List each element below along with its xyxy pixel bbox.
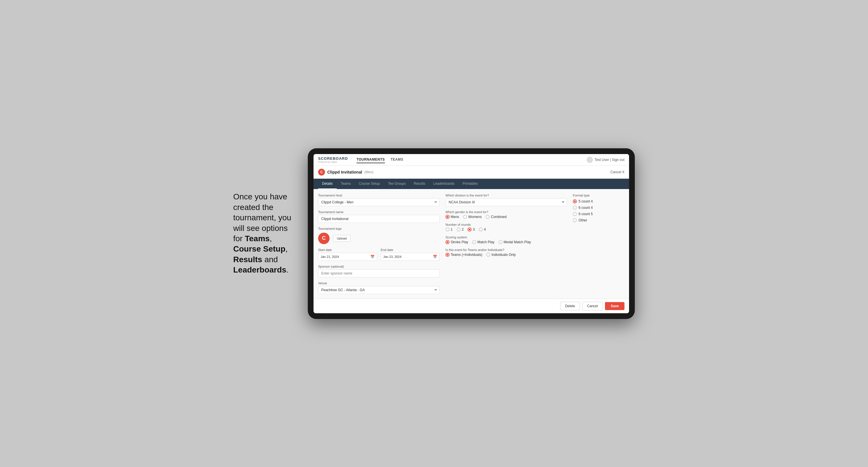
tournament-icon: C <box>318 169 325 176</box>
start-date-group: Start date Jan 21, 2024 📅 <box>318 248 377 261</box>
teams-plus[interactable]: Teams (+Individuals) <box>445 253 482 257</box>
radio-stroke-dot <box>445 240 450 244</box>
tournament-title: Clippd Invitational <box>327 170 362 175</box>
tab-printables[interactable]: Printables <box>459 179 482 189</box>
tab-tee-groups[interactable]: Tee Groups <box>384 179 410 189</box>
format-other[interactable]: Other <box>573 218 624 222</box>
rounds-4-label: 4 <box>484 227 486 231</box>
top-nav: SCOREBOARD Powered by clippd TOURNAMENTS… <box>313 154 629 166</box>
rounds-4[interactable]: 4 <box>479 227 486 231</box>
rounds-radio-group: 1 2 3 4 <box>445 227 567 231</box>
rounds-2[interactable]: 2 <box>457 227 464 231</box>
scoring-group: Scoring system Stroke Play Match Play <box>445 236 567 244</box>
format-col: Format type 5 count 4 6 count 4 6 count … <box>573 194 624 294</box>
cancel-top-button[interactable]: Cancel X <box>611 170 624 174</box>
rounds-2-label: 2 <box>462 227 464 231</box>
tab-results[interactable]: Results <box>410 179 429 189</box>
upload-button[interactable]: Upload <box>333 235 350 242</box>
scoring-medal[interactable]: Medal Match Play <box>499 240 531 244</box>
teams-plus-label: Teams (+Individuals) <box>451 253 482 257</box>
tournament-name-label: Tournament name <box>318 210 440 214</box>
tournament-host-select[interactable]: Clippd College - Men <box>318 198 440 206</box>
division-group: Which division is the event for? NCAA Di… <box>445 194 567 206</box>
gender-mens[interactable]: Mens <box>445 215 459 219</box>
tournament-name-input[interactable] <box>318 215 440 223</box>
teams-radio-group: Teams (+Individuals) Individuals Only <box>445 253 567 257</box>
format-6count4[interactable]: 6 count 4 <box>573 206 624 210</box>
radio-rounds-4-dot <box>479 227 483 231</box>
cancel-button[interactable]: Cancel <box>582 302 603 310</box>
form-content: Tournament Host Clippd College - Men Tou… <box>313 189 629 299</box>
tournament-header: C Clippd Invitational (Men) Cancel X <box>313 166 629 179</box>
tournament-name-group: Tournament name <box>318 210 440 223</box>
tournament-title-row: C Clippd Invitational (Men) <box>318 169 373 176</box>
radio-teams-plus-dot <box>445 253 450 257</box>
tab-course-setup[interactable]: Course Setup <box>355 179 384 189</box>
venue-group: Venue Peachtree GC - Atlanta - GA <box>318 281 440 294</box>
radio-5count4-dot <box>573 199 577 204</box>
date-row: Start date Jan 21, 2024 📅 End date Jan 2… <box>318 248 440 261</box>
gender-combined-label: Combined <box>491 215 506 219</box>
sponsor-input[interactable] <box>318 269 440 277</box>
start-date-label: Start date <box>318 248 377 252</box>
user-area: Test User | Sign out <box>587 157 625 163</box>
radio-6count5-dot <box>573 212 577 216</box>
venue-select[interactable]: Peachtree GC - Atlanta - GA <box>318 286 440 294</box>
teams-individuals-label: Is this event for Teams and/or Individua… <box>445 248 567 252</box>
rounds-1[interactable]: 1 <box>445 227 453 231</box>
radio-mens-dot <box>445 215 450 219</box>
end-date-label: End date <box>381 248 440 252</box>
scoring-match[interactable]: Match Play <box>472 240 494 244</box>
calendar-icon-2: 📅 <box>433 255 437 259</box>
sponsor-label: Sponsor (optional) <box>318 265 440 268</box>
radio-rounds-1-dot <box>445 227 450 231</box>
delete-button[interactable]: Delete <box>560 302 580 310</box>
tournament-host-label: Tournament Host <box>318 194 440 197</box>
gender-group: Which gender is the event for? Mens Wome… <box>445 210 567 219</box>
logo-circle: C <box>318 232 330 244</box>
end-date-input[interactable]: Jan 23, 2024 📅 <box>381 253 440 261</box>
logo-upload-row: C Upload <box>318 232 440 244</box>
gender-mens-label: Mens <box>451 215 459 219</box>
radio-individuals-dot <box>486 253 490 257</box>
division-label: Which division is the event for? <box>445 194 567 197</box>
gender-womens-label: Womens <box>468 215 482 219</box>
nav-tournaments[interactable]: TOURNAMENTS <box>356 156 385 163</box>
user-label[interactable]: Test User | Sign out <box>595 158 625 162</box>
logo-text: SCOREBOARD <box>318 156 348 161</box>
individuals-only[interactable]: Individuals Only <box>486 253 516 257</box>
format-5count4[interactable]: 5 count 4 <box>573 199 624 204</box>
gender-radio-group: Mens Womens Combined <box>445 215 567 219</box>
nav-teams[interactable]: TEAMS <box>391 156 404 163</box>
teams-individuals-group: Is this event for Teams and/or Individua… <box>445 248 567 257</box>
gender-combined[interactable]: Combined <box>486 215 506 219</box>
division-select[interactable]: NCAA Division III <box>445 198 567 206</box>
format-6count5-label: 6 count 5 <box>579 212 593 216</box>
rounds-1-label: 1 <box>451 227 453 231</box>
rounds-3-label: 3 <box>473 227 475 231</box>
radio-rounds-2-dot <box>457 227 461 231</box>
scoring-stroke[interactable]: Stroke Play <box>445 240 468 244</box>
format-6count5[interactable]: 6 count 5 <box>573 212 624 216</box>
tablet-screen: SCOREBOARD Powered by clippd TOURNAMENTS… <box>313 154 629 313</box>
rounds-3[interactable]: 3 <box>468 227 475 231</box>
tab-details[interactable]: Details <box>318 179 337 189</box>
rounds-group: Number of rounds 1 2 <box>445 223 567 231</box>
radio-womens-dot <box>463 215 467 219</box>
start-date-input[interactable]: Jan 21, 2024 📅 <box>318 253 377 261</box>
format-other-label: Other <box>579 218 587 222</box>
tab-leaderboards[interactable]: Leaderboards <box>429 179 458 189</box>
calendar-icon: 📅 <box>370 255 375 259</box>
tournament-subtitle: (Men) <box>364 170 373 174</box>
scoring-radio-group: Stroke Play Match Play Medal Match Play <box>445 240 567 244</box>
radio-rounds-3-dot <box>468 227 472 231</box>
tournament-host-group: Tournament Host Clippd College - Men <box>318 194 440 206</box>
venue-label: Venue <box>318 281 440 285</box>
form-col-2: Which division is the event for? NCAA Di… <box>445 194 567 294</box>
tab-bar: Details Teams Course Setup Tee Groups Re… <box>313 179 629 189</box>
tab-teams[interactable]: Teams <box>337 179 355 189</box>
form-footer: Delete Cancel Save <box>313 299 629 313</box>
save-button[interactable]: Save <box>605 302 624 310</box>
individuals-only-label: Individuals Only <box>491 253 516 257</box>
gender-womens[interactable]: Womens <box>463 215 482 219</box>
